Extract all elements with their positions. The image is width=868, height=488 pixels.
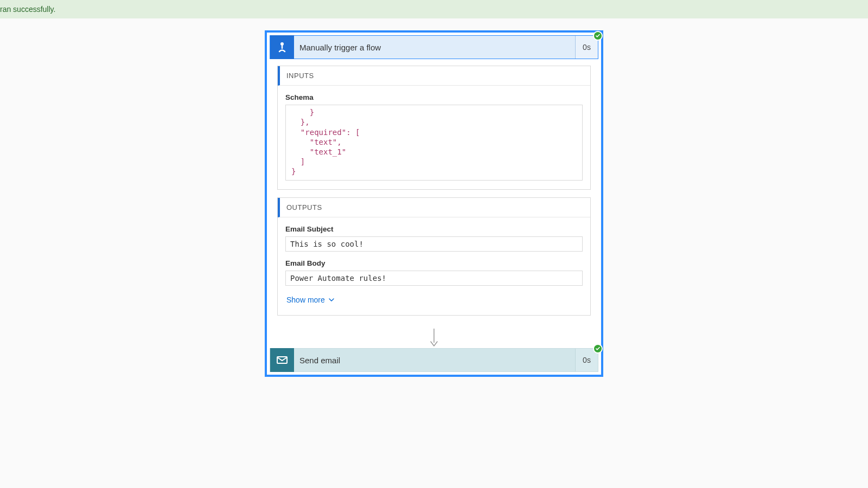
success-check-icon xyxy=(593,344,603,354)
flow-connector xyxy=(270,328,598,348)
trigger-title: Manually trigger a flow xyxy=(294,43,575,52)
trigger-card[interactable]: Manually trigger a flow 0s xyxy=(270,35,598,59)
schema-label: Schema xyxy=(285,93,583,101)
show-more-link[interactable]: Show more xyxy=(285,293,336,306)
success-banner: ran successfully. xyxy=(0,0,868,18)
outputs-block: OUTPUTS Email Subject This is so cool! E… xyxy=(277,197,591,316)
show-more-text: Show more xyxy=(286,296,325,304)
flow-canvas: Manually trigger a flow 0s INPUTS Schema… xyxy=(0,18,868,377)
trigger-icon xyxy=(270,35,294,59)
email-body-label: Email Body xyxy=(285,259,583,267)
email-subject-value[interactable]: This is so cool! xyxy=(285,236,583,252)
inputs-block: INPUTS Schema "x-ms-content-hint": "TEXT… xyxy=(277,66,591,190)
email-body-value[interactable]: Power Automate rules! xyxy=(285,271,583,286)
inputs-header: INPUTS xyxy=(278,66,590,86)
outputs-header: OUTPUTS xyxy=(278,198,590,217)
success-check-icon xyxy=(593,31,603,41)
action-card[interactable]: Send email 0s xyxy=(270,348,598,372)
flow-selected-container: Manually trigger a flow 0s INPUTS Schema… xyxy=(265,30,603,377)
email-subject-label: Email Subject xyxy=(285,225,583,233)
action-title: Send email xyxy=(294,356,575,365)
success-text: ran successfully. xyxy=(0,5,55,14)
chevron-down-icon xyxy=(328,297,335,303)
schema-textarea[interactable]: "x-ms-content-hint": "TEXT" } }, "requir… xyxy=(285,105,583,181)
mail-icon xyxy=(270,348,294,372)
trigger-details: INPUTS Schema "x-ms-content-hint": "TEXT… xyxy=(270,66,598,328)
